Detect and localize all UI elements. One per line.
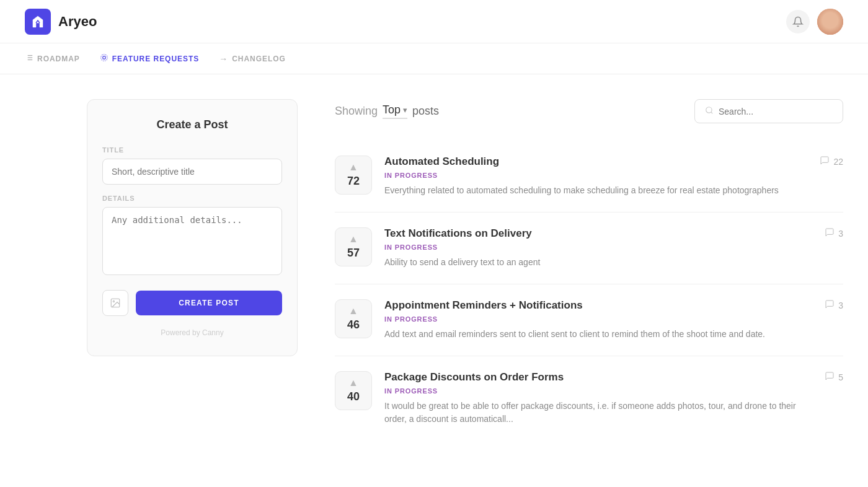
showing-label: Showing [335,105,378,118]
comment-count: 3 [838,229,843,239]
details-field: DETAILS [102,195,282,287]
details-textarea[interactable] [102,207,282,275]
post-content: Automated Scheduling IN PROGRESS Everyth… [384,156,800,197]
post-title: Appointment Reminders + Notifications [384,299,800,312]
title-field: TITLE [102,146,282,195]
search-input[interactable] [719,107,833,116]
post-status: IN PROGRESS [384,315,800,323]
vote-count: 72 [347,175,360,188]
main-content: Create a Post TITLE DETAILS CREATE POST … [0,74,868,487]
post-card[interactable]: ▲ 46 Appointment Reminders + Notificatio… [335,284,843,356]
post-description: Ability to send a delivery text to an ag… [384,256,800,269]
upvote-arrow-icon: ▲ [348,234,358,244]
post-title: Package Discounts on Order Forms [384,371,800,384]
comment-count: 3 [838,301,843,310]
post-status: IN PROGRESS [384,172,800,179]
feature-requests-label: FEATURE REQUESTS [112,55,199,63]
notifications-button[interactable] [786,10,810,33]
roadmap-icon [25,53,33,64]
nav: ROADMAP FEATURE REQUESTS → CHANGELOG [0,43,868,74]
changelog-label: CHANGELOG [232,55,286,63]
post-status: IN PROGRESS [384,244,800,251]
image-upload-button[interactable] [102,290,128,316]
svg-line-11 [711,112,713,114]
post-description: Everything related to automated scheduli… [384,184,800,197]
logo-box [25,9,51,35]
post-content: Appointment Reminders + Notifications IN… [384,299,800,341]
nav-changelog[interactable]: → CHANGELOG [219,54,286,64]
post-title: Automated Scheduling [384,156,800,168]
comment-count: 22 [833,157,843,167]
svg-point-10 [706,107,712,113]
details-field-label: DETAILS [102,195,282,202]
post-description: It would be great to be able to offer pa… [384,400,800,426]
post-description: Add text and email reminders sent to cli… [384,328,800,341]
changelog-icon: → [219,54,228,64]
title-input[interactable] [102,159,282,185]
chevron-down-icon: ▾ [403,105,407,115]
header: Aryeo [0,0,868,43]
feature-requests-icon [100,53,108,64]
post-content: Package Discounts on Order Forms IN PROG… [384,371,800,426]
post-title: Text Notifications on Delivery [384,227,800,240]
comment-info: 5 [812,371,843,384]
vote-count: 57 [347,247,360,260]
posts-label: posts [412,105,439,118]
comment-icon [825,371,835,384]
avatar[interactable] [817,9,843,35]
comment-icon [825,227,835,240]
comment-icon [820,156,830,168]
vote-count: 40 [347,390,360,403]
post-status: IN PROGRESS [384,387,800,395]
powered-by: Powered by Canny [102,328,282,337]
roadmap-label: ROADMAP [37,55,80,63]
create-post-title: Create a Post [102,118,282,131]
comment-count: 5 [838,372,843,382]
post-card[interactable]: ▲ 57 Text Notifications on Delivery IN P… [335,213,843,284]
upvote-arrow-icon: ▲ [348,306,358,316]
upvote-arrow-icon: ▲ [348,162,358,172]
title-field-label: TITLE [102,146,282,154]
brand-name: Aryeo [58,14,97,30]
upvote-arrow-icon: ▲ [348,378,358,388]
search-box [694,99,843,123]
svg-point-9 [113,301,114,302]
form-actions: CREATE POST [102,290,282,316]
posts-list: ▲ 72 Automated Scheduling IN PROGRESS Ev… [335,141,843,441]
posts-header: Showing Top ▾ posts [335,99,843,123]
showing-text: Showing Top ▾ posts [335,103,439,119]
svg-point-6 [102,56,105,59]
avatar-image [817,9,843,35]
post-card[interactable]: ▲ 72 Automated Scheduling IN PROGRESS Ev… [335,141,843,213]
comment-info: 3 [812,227,843,240]
post-content: Text Notifications on Delivery IN PROGRE… [384,227,800,269]
comment-info: 22 [812,156,843,168]
post-card[interactable]: ▲ 40 Package Discounts on Order Forms IN… [335,356,843,441]
create-post-panel: Create a Post TITLE DETAILS CREATE POST … [87,99,298,356]
header-right [786,9,843,35]
comment-icon [825,299,835,312]
svg-point-7 [100,55,107,61]
sort-value: Top [383,103,401,116]
search-icon [705,106,714,116]
create-post-button[interactable]: CREATE POST [136,291,282,315]
header-left: Aryeo [25,9,97,35]
sort-dropdown[interactable]: Top ▾ [383,103,407,119]
vote-box[interactable]: ▲ 57 [335,227,372,266]
vote-count: 46 [347,318,360,331]
vote-box[interactable]: ▲ 40 [335,371,372,410]
comment-info: 3 [812,299,843,312]
nav-feature-requests[interactable]: FEATURE REQUESTS [100,53,199,64]
nav-roadmap[interactable]: ROADMAP [25,53,80,64]
vote-box[interactable]: ▲ 72 [335,156,372,195]
vote-box[interactable]: ▲ 46 [335,299,372,338]
posts-area: Showing Top ▾ posts ▲ 72 [335,99,843,462]
